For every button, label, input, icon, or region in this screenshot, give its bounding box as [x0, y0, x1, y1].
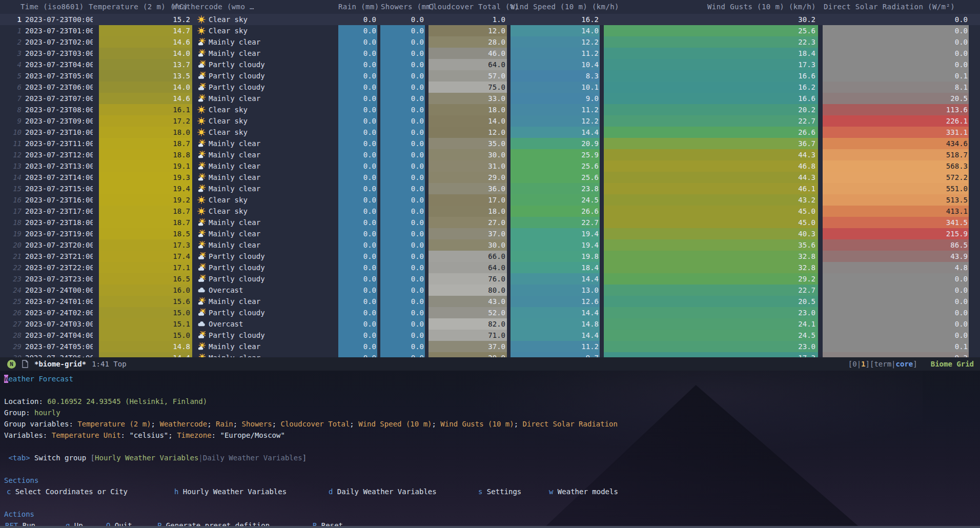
table-row[interactable]: 12023-07-23T01:0014.7Clear sky0.00.012.0…	[0, 25, 980, 36]
cell-solar: 413.1	[823, 206, 969, 217]
cell-rain: 0.0	[338, 330, 377, 341]
cell-solar: 0.1	[823, 341, 969, 352]
cell-showers: 0.0	[380, 352, 425, 357]
table-row[interactable]: 192023-07-23T19:0018.5Mainly clear0.00.0…	[0, 228, 980, 239]
text-segment: Sections	[4, 476, 38, 484]
text-segment: ;	[350, 420, 358, 428]
column-header-rain[interactable]: Rain (mm)	[338, 0, 379, 14]
text-segment: Cloudcover Total	[280, 420, 350, 428]
column-header-solar[interactable]: Direct Solar Radiation (W/m²)	[824, 0, 955, 14]
table-row[interactable]: 42023-07-23T04:0013.7Partly cloudy0.00.0…	[0, 59, 980, 70]
cell-cloudcover: 36.0	[428, 183, 507, 194]
cell-time: 2023-07-23T12:00	[25, 149, 93, 160]
cell-wind_gusts: 30.2	[604, 14, 818, 25]
cell-showers: 0.0	[380, 138, 425, 149]
weather-icon-mainly	[197, 354, 206, 357]
table-row[interactable]: 272023-07-24T03:0015.1Overcast0.00.082.0…	[0, 318, 980, 330]
menu-item-p[interactable]: P Generate preset defition	[157, 520, 270, 526]
key-hint[interactable]: RET	[5, 521, 18, 526]
workspace-segment: ]	[866, 360, 870, 368]
column-header-wind_gusts[interactable]: Wind Gusts (10 m) (km/h)	[707, 0, 816, 14]
cell-weathercode: Mainly clear	[197, 228, 336, 239]
table-row[interactable]: 52023-07-23T05:0013.5Partly cloudy0.00.0…	[0, 70, 980, 82]
table-row[interactable]: 72023-07-23T07:0014.6Mainly clear0.00.03…	[0, 93, 980, 104]
table-row[interactable]: 292023-07-24T05:0014.8Mainly clear0.00.0…	[0, 341, 980, 352]
table-row[interactable]: 22023-07-23T02:0014.6Mainly clear0.00.02…	[0, 36, 980, 48]
column-header-time[interactable]: Time (iso8601)	[21, 0, 84, 14]
table-row[interactable]: 142023-07-23T14:0019.3Mainly clear0.00.0…	[0, 172, 980, 183]
table-row[interactable]: 82023-07-23T08:0016.1Clear sky0.00.018.0…	[0, 104, 980, 115]
text-segment: Showers	[242, 420, 272, 428]
menu-item-q[interactable]: q Up	[66, 520, 83, 526]
cell-temperature: 19.2	[99, 194, 192, 206]
cell-showers: 0.0	[380, 70, 425, 82]
column-header-wind_speed[interactable]: Wind Speed (10 m) (km/h)	[511, 0, 619, 14]
cell-wind_speed: 18.4	[511, 262, 600, 273]
cell-wind_speed: 14.4	[511, 307, 600, 318]
cell-cloudcover: 37.0	[428, 341, 507, 352]
cell-rain: 0.0	[338, 149, 377, 160]
evil-state-indicator: N	[7, 360, 16, 369]
table-row[interactable]: 252023-07-24T01:0015.6Mainly clear0.00.0…	[0, 296, 980, 307]
line-number: 11	[0, 138, 22, 149]
cell-wind_gusts: 17.3	[604, 59, 818, 70]
major-mode: Biome Grid	[931, 360, 974, 368]
table-row[interactable]: 92023-07-23T09:0017.2Clear sky0.00.014.0…	[0, 115, 980, 127]
cell-rain: 0.0	[338, 115, 377, 127]
table-row[interactable]: 212023-07-23T21:0017.4Partly cloudy0.00.…	[0, 251, 980, 262]
cell-time: 2023-07-23T15:00	[25, 183, 93, 194]
line-number: 8	[0, 104, 22, 115]
table-row[interactable]: 62023-07-23T06:0014.0Partly cloudy0.00.0…	[0, 82, 980, 93]
column-header-weathercode[interactable]: Weathercode (wmo …	[173, 0, 254, 14]
cell-rain: 0.0	[338, 307, 377, 318]
table-row[interactable]: 32023-07-23T03:0014.0Mainly clear0.00.04…	[0, 48, 980, 59]
cell-time: 2023-07-24T04:00	[25, 330, 93, 341]
table-row[interactable]: 122023-07-23T12:0018.8Mainly clear0.00.0…	[0, 149, 980, 160]
cell-solar: 20.5	[823, 93, 969, 104]
cell-solar: 8.1	[823, 82, 969, 93]
cell-solar: 0.0	[823, 285, 969, 296]
buffer-name[interactable]: *biome-grid*	[34, 360, 86, 368]
table-row[interactable]: 222023-07-23T22:0017.1Partly cloudy0.00.…	[0, 262, 980, 273]
text-segment: Actions	[4, 510, 34, 518]
menu-item-s[interactable]: s Settings	[478, 486, 521, 497]
cell-weathercode: Mainly clear	[197, 149, 336, 160]
cell-time: 2023-07-24T03:00	[25, 318, 93, 330]
menu-item-ret[interactable]: RET Run	[5, 520, 35, 526]
weather-label: Clear sky	[209, 206, 248, 217]
table-row[interactable]: 282023-07-24T04:0015.0Partly cloudy0.00.…	[0, 330, 980, 341]
menu-item-r[interactable]: R Reset	[313, 520, 343, 526]
table-row[interactable]: 302023-07-24T06:0014.4Mainly clear0.00.0…	[0, 352, 980, 357]
text-segment: ;	[272, 420, 281, 428]
table-row[interactable]: 12023-07-23T00:0015.2Clear sky0.00.01.01…	[0, 14, 980, 25]
table-row[interactable]: 202023-07-23T20:0017.3Mainly clear0.00.0…	[0, 239, 980, 251]
cell-weathercode: Clear sky	[197, 206, 336, 217]
table-row[interactable]: 232023-07-23T23:0016.5Partly cloudy0.00.…	[0, 273, 980, 285]
column-header-cloudcover[interactable]: Cloudcover Total (%)	[428, 0, 519, 14]
menu-item-label: Run	[18, 521, 35, 526]
table-row[interactable]: 132023-07-23T13:0019.1Mainly clear0.00.0…	[0, 160, 980, 172]
modeline-right: [0|1][term|core] Biome Grid	[848, 360, 974, 368]
cell-solar: 513.5	[823, 194, 969, 206]
table-row[interactable]: 162023-07-23T16:0019.2Clear sky0.00.017.…	[0, 194, 980, 206]
table-row[interactable]: 182023-07-23T18:0018.7Mainly clear0.00.0…	[0, 217, 980, 228]
column-header-showers[interactable]: Showers (mm)	[381, 0, 435, 14]
menu-item-q[interactable]: Q Quit	[106, 520, 132, 526]
table-row[interactable]: 112023-07-23T11:0018.7Mainly clear0.00.0…	[0, 138, 980, 149]
cell-rain: 0.0	[338, 59, 377, 70]
menu-item-c[interactable]: c Select Coordinates or City	[7, 486, 128, 497]
table-row[interactable]: 102023-07-23T10:0018.0Clear sky0.00.012.…	[0, 127, 980, 138]
menu-item-d[interactable]: d Daily Weather Variables	[329, 486, 437, 497]
table-row[interactable]: 172023-07-23T17:0018.7Clear sky0.00.018.…	[0, 206, 980, 217]
menu-item-w[interactable]: w Weather models	[549, 486, 618, 497]
cell-temperature: 18.8	[99, 149, 192, 160]
cell-weathercode: Mainly clear	[197, 160, 336, 172]
menu-item-label: Reset	[317, 521, 343, 526]
table-row[interactable]: 262023-07-24T02:0015.0Partly cloudy0.00.…	[0, 307, 980, 318]
weather-icon-mainly	[197, 162, 206, 170]
menu-item-h[interactable]: h Hourly Weather Variables	[174, 486, 287, 497]
table-row[interactable]: 242023-07-24T00:0016.0Overcast0.00.080.0…	[0, 285, 980, 296]
table-row[interactable]: 152023-07-23T15:0019.4Mainly clear0.00.0…	[0, 183, 980, 194]
menu-item-label: Up	[70, 521, 83, 526]
cell-time: 2023-07-23T00:00	[25, 14, 93, 25]
